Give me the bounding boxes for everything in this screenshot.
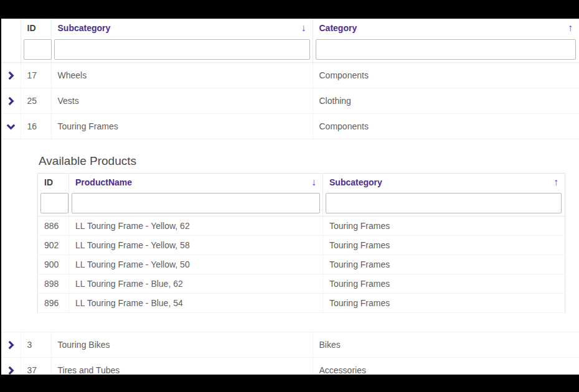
detail-header-row: ID ProductName ↓ Subcategory (38, 174, 565, 192)
table-row: 886 LL Touring Frame - Yellow, 62 Tourin… (38, 217, 565, 236)
table-row: 17 Wheels Components (1, 63, 579, 88)
column-header-product-subcategory-label: Subcategory (329, 177, 382, 187)
table-row: 25 Vests Clothing (1, 88, 579, 114)
expand-row-button[interactable] (1, 358, 21, 375)
cell-id: 17 (21, 63, 51, 88)
table-row: 902 LL Touring Frame - Yellow, 58 Tourin… (38, 236, 565, 255)
cell-product-subcategory: Touring Frames (323, 217, 565, 236)
column-header-subcategory[interactable]: Subcategory ↓ (51, 19, 313, 37)
cell-subcategory: Wheels (51, 63, 313, 88)
chevron-right-icon (1, 366, 21, 375)
cell-category: Accessories (313, 358, 579, 375)
sort-asc-icon: ↑ (568, 23, 573, 33)
column-header-product-subcategory[interactable]: Subcategory ↑ (323, 174, 565, 192)
cell-id: 3 (21, 332, 51, 358)
filter-product-id-input[interactable] (40, 193, 68, 213)
filter-row (1, 37, 579, 63)
cell-subcategory: Touring Frames (51, 114, 313, 139)
cell-product-name: LL Touring Frame - Yellow, 50 (69, 255, 323, 274)
column-header-product-name-label: ProductName (75, 177, 132, 187)
products-grid: ID ProductName ↓ Subcategory (37, 173, 565, 313)
detail-title: Available Products (39, 154, 579, 168)
sort-asc-icon: ↑ (553, 177, 558, 187)
sort-desc-icon: ↓ (311, 177, 316, 187)
filter-product-subcategory-input[interactable] (326, 193, 562, 213)
expander-header-cell (1, 19, 21, 37)
expand-row-button[interactable] (1, 63, 21, 88)
detail-row: Available Products ID ProductName ↓ (1, 139, 579, 332)
cell-category: Components (313, 114, 579, 139)
chevron-right-icon (1, 71, 21, 80)
cell-product-subcategory: Touring Frames (323, 294, 565, 313)
table-row: 3 Touring Bikes Bikes (1, 332, 579, 358)
filter-product-name-input[interactable] (72, 193, 320, 213)
column-header-subcategory-label: Subcategory (58, 23, 111, 33)
expander-filter-cell (1, 37, 21, 63)
cell-subcategory: Touring Bikes (51, 332, 313, 358)
filter-subcategory-input[interactable] (54, 39, 310, 60)
cell-product-id: 900 (38, 255, 69, 274)
column-header-category[interactable]: Category ↑ (313, 19, 579, 37)
cell-id: 16 (21, 114, 51, 139)
cell-product-name: LL Touring Frame - Yellow, 58 (69, 236, 323, 255)
column-header-id[interactable]: ID (21, 19, 51, 37)
cell-product-id: 902 (38, 236, 69, 255)
chevron-down-icon (1, 122, 21, 131)
cell-product-subcategory: Touring Frames (323, 255, 565, 274)
cell-category: Bikes (313, 332, 579, 358)
sort-desc-icon: ↓ (301, 23, 306, 33)
cell-category: Clothing (313, 88, 579, 114)
grid-panel: ID Subcategory ↓ Category ↑ (1, 19, 579, 375)
table-row: 900 LL Touring Frame - Yellow, 50 Tourin… (38, 255, 565, 274)
cell-product-name: LL Touring Frame - Blue, 62 (69, 274, 323, 294)
column-header-product-id[interactable]: ID (38, 174, 69, 192)
cell-product-id: 896 (38, 294, 69, 313)
cell-product-name: LL Touring Frame - Blue, 54 (69, 294, 323, 313)
cell-subcategory: Vests (51, 88, 313, 114)
cell-subcategory: Tires and Tubes (51, 358, 313, 375)
expand-row-button[interactable] (1, 88, 21, 114)
column-header-category-label: Category (319, 23, 357, 33)
expand-row-button[interactable] (1, 332, 21, 358)
table-row: 898 LL Touring Frame - Blue, 62 Touring … (38, 274, 565, 294)
table-row: 37 Tires and Tubes Accessories (1, 358, 579, 375)
cell-product-id: 898 (38, 274, 69, 294)
cell-product-subcategory: Touring Frames (323, 236, 565, 255)
cell-category: Components (313, 63, 579, 88)
filter-category-input[interactable] (316, 39, 577, 60)
header-row: ID Subcategory ↓ Category ↑ (1, 19, 579, 37)
table-row: 16 Touring Frames Components (1, 114, 579, 139)
cell-product-subcategory: Touring Frames (323, 274, 565, 294)
chevron-right-icon (1, 96, 21, 106)
table-row: 896 LL Touring Frame - Blue, 54 Touring … (38, 294, 565, 313)
detail-panel: Available Products ID ProductName ↓ (1, 139, 579, 332)
column-header-product-name[interactable]: ProductName ↓ (69, 174, 323, 192)
cell-product-id: 886 (38, 217, 69, 236)
chevron-right-icon (1, 340, 21, 350)
filter-id-input[interactable] (24, 39, 52, 60)
cell-product-name: LL Touring Frame - Yellow, 62 (69, 217, 323, 236)
cell-id: 37 (21, 358, 51, 375)
cell-id: 25 (21, 88, 51, 114)
collapse-row-button[interactable] (1, 114, 21, 139)
detail-filter-row (38, 191, 565, 217)
categories-grid: ID Subcategory ↓ Category ↑ (1, 19, 579, 375)
